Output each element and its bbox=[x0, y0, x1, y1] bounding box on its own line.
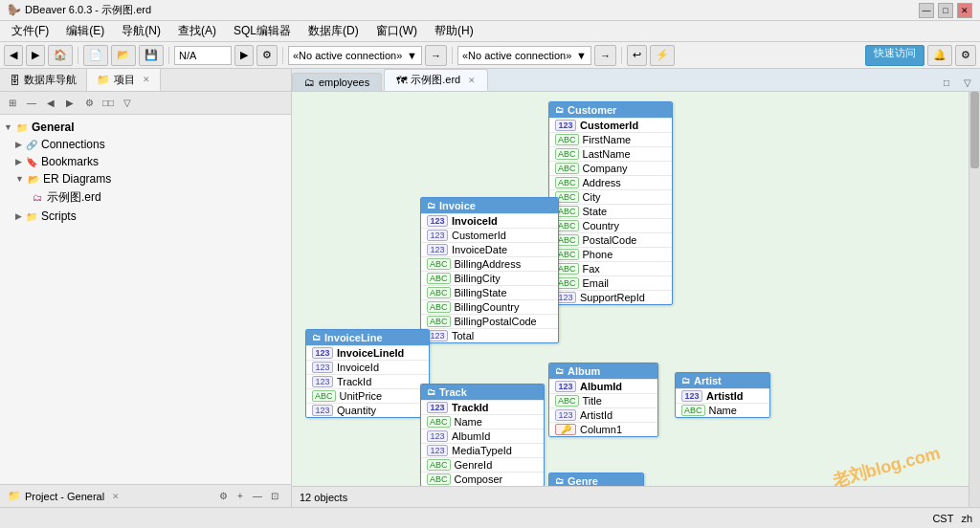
table-album[interactable]: 🗂 Album 123 AlbumId ABC Title 123 Artist… bbox=[548, 363, 658, 437]
status-bar: CST zh bbox=[0, 507, 980, 528]
customerid-type: 123 bbox=[555, 120, 576, 131]
toolbar-sep-3 bbox=[282, 47, 283, 64]
project-icon: 📁 bbox=[97, 74, 110, 86]
menu-database[interactable]: 数据库(D) bbox=[301, 21, 367, 41]
toolbar-home-button[interactable]: 🏠 bbox=[48, 45, 73, 66]
erd-tab-icon: 🗺 bbox=[396, 75, 407, 86]
erd-scrollbar-vertical[interactable] bbox=[969, 92, 980, 507]
track-id: 123 TrackId bbox=[421, 400, 544, 414]
tree-item-connections[interactable]: ▶ 🔗 Connections bbox=[0, 136, 291, 153]
tab-close-project[interactable]: ✕ bbox=[143, 75, 150, 84]
menu-navigate[interactable]: 导航(N) bbox=[114, 21, 168, 41]
tab-close-erd[interactable]: ✕ bbox=[468, 76, 476, 85]
tree-item-er-diagrams[interactable]: ▼ 📂 ER Diagrams bbox=[0, 170, 291, 187]
maximize-button[interactable]: □ bbox=[938, 3, 953, 18]
project-panel-close[interactable]: ✕ bbox=[112, 492, 120, 501]
tree-label-general: General bbox=[32, 121, 75, 134]
album-table-icon: 🗂 bbox=[555, 366, 564, 376]
invoice-billingpostalcode: ABC BillingPostalCode bbox=[421, 314, 558, 328]
editor-tabs: 🗂 employees 🗺 示例图.erd ✕ □ ▽ bbox=[292, 69, 980, 92]
minimize-button[interactable]: — bbox=[919, 3, 934, 18]
toolbar-save-button[interactable]: 💾 bbox=[139, 45, 164, 66]
toolbar-forward-button[interactable]: ▶ bbox=[26, 45, 45, 66]
project-panel-tab[interactable]: 📁 Project - General ✕ bbox=[8, 490, 120, 502]
table-invoice[interactable]: 🗂 Invoice 123 InvoiceId 123 CustomerId 1… bbox=[420, 197, 559, 343]
tab-erd[interactable]: 🗺 示例图.erd ✕ bbox=[384, 69, 488, 91]
expand-arrow-bookmarks: ▶ bbox=[15, 157, 22, 166]
panel-btn-3[interactable]: ◀ bbox=[42, 95, 59, 112]
toolbar-input[interactable] bbox=[174, 46, 232, 65]
tab-maximize-btn[interactable]: □ bbox=[938, 74, 955, 91]
status-right: CST zh bbox=[932, 513, 972, 524]
table-customer[interactable]: 🗂 Customer 123 CustomerId ABC FirstName … bbox=[548, 101, 673, 305]
erd-canvas[interactable]: 🗂 Customer 123 CustomerId ABC FirstName … bbox=[292, 92, 980, 507]
toolbar-misc-1[interactable]: ↩ bbox=[627, 45, 647, 66]
album-column1: 🔑 Column1 bbox=[549, 422, 657, 436]
toolbar-back-button[interactable]: ◀ bbox=[4, 45, 23, 66]
app-title: DBeaver 6.0.3 - 示例图.erd bbox=[25, 3, 151, 17]
quick-access-button[interactable]: 快速访问 bbox=[865, 45, 924, 66]
table-artist[interactable]: 🗂 Artist 123 ArtistId ABC Name bbox=[675, 372, 770, 418]
panel-btn-5[interactable]: ⚙ bbox=[80, 95, 98, 112]
tab-database-navigator[interactable]: 🗄 数据库导航 bbox=[0, 69, 87, 91]
app-icon: 🦫 bbox=[8, 4, 21, 16]
panel-btn-6[interactable]: □□ bbox=[100, 95, 117, 112]
project-panel-label: Project - General bbox=[25, 491, 104, 502]
tab-project[interactable]: 📁 项目 ✕ bbox=[87, 69, 161, 91]
customer-header: 🗂 Customer bbox=[549, 102, 672, 118]
panel-btn-4[interactable]: ▶ bbox=[61, 95, 78, 112]
toolbar-icon-1[interactable]: 🔔 bbox=[927, 45, 952, 66]
tree-item-general[interactable]: ▼ 📁 General bbox=[0, 119, 291, 136]
menu-find[interactable]: 查找(A) bbox=[170, 21, 224, 41]
title-bar: 🦫 DBeaver 6.0.3 - 示例图.erd — □ ✕ bbox=[0, 0, 980, 21]
expand-arrow-scripts: ▶ bbox=[15, 211, 22, 221]
album-title: ABC Title bbox=[549, 393, 657, 407]
toolbar: ◀ ▶ 🏠 📄 📂 💾 ▶ ⚙ «No active connection» ▼… bbox=[0, 42, 980, 69]
invoice-date: 123 InvoiceDate bbox=[421, 242, 558, 256]
project-add-btn[interactable]: + bbox=[232, 488, 249, 505]
toolbar-connection2[interactable]: «No active connection» ▼ bbox=[457, 46, 591, 65]
menu-help[interactable]: 帮助(H) bbox=[427, 21, 481, 41]
toolbar-conn1-btn[interactable]: → bbox=[425, 45, 447, 66]
invoice-header: 🗂 Invoice bbox=[421, 198, 558, 213]
title-bar-controls[interactable]: — □ ✕ bbox=[919, 3, 972, 18]
customer-name: Customer bbox=[568, 104, 616, 116]
customer-city: ABC City bbox=[549, 189, 672, 204]
panel-btn-1[interactable]: ⊞ bbox=[4, 95, 21, 112]
status-cst: CST bbox=[932, 513, 953, 524]
panel-btn-2[interactable]: — bbox=[23, 95, 40, 112]
toolbar-sep-5 bbox=[621, 47, 622, 64]
table-track[interactable]: 🗂 Track 123 TrackId ABC Name 123 AlbumId… bbox=[420, 384, 545, 487]
invoice-total: 123 Total bbox=[421, 328, 558, 342]
toolbar-icon-2[interactable]: ⚙ bbox=[955, 45, 976, 66]
toolbar-new-button[interactable]: 📄 bbox=[83, 45, 108, 66]
tab-minimize-btn[interactable]: ▽ bbox=[959, 74, 976, 91]
toolbar-open-button[interactable]: 📂 bbox=[111, 45, 136, 66]
panel-btn-minimize[interactable]: ▽ bbox=[119, 95, 136, 112]
tree-item-bookmarks[interactable]: ▶ 🔖 Bookmarks bbox=[0, 153, 291, 170]
menu-edit[interactable]: 编辑(E) bbox=[58, 21, 112, 41]
table-invoiceline[interactable]: 🗂 InvoiceLine 123 InvoiceLineId 123 Invo… bbox=[305, 329, 430, 418]
customer-postalcode: ABC PostalCode bbox=[549, 232, 672, 247]
toolbar-misc-2[interactable]: ⚡ bbox=[650, 45, 675, 66]
menu-file[interactable]: 文件(F) bbox=[4, 21, 56, 41]
menu-sql-editor[interactable]: SQL编辑器 bbox=[226, 21, 299, 41]
toolbar-settings-button[interactable]: ⚙ bbox=[256, 45, 278, 66]
close-button[interactable]: ✕ bbox=[957, 3, 972, 18]
toolbar-conn2-btn[interactable]: → bbox=[594, 45, 616, 66]
project-config-btn[interactable]: ⊡ bbox=[266, 488, 283, 505]
invoiceline-trackid: 123 TrackId bbox=[306, 374, 429, 388]
track-albumid: 123 AlbumId bbox=[421, 429, 544, 443]
scrollbar-thumb[interactable] bbox=[970, 92, 979, 168]
expand-arrow-connections: ▶ bbox=[15, 140, 22, 149]
tree-item-sample-erd[interactable]: 🗂 示例图.erd bbox=[0, 187, 291, 208]
toolbar-connection1[interactable]: «No active connection» ▼ bbox=[288, 46, 422, 65]
menu-window[interactable]: 窗口(W) bbox=[368, 21, 425, 41]
project-settings-btn[interactable]: ⚙ bbox=[214, 488, 232, 505]
project-minus-btn[interactable]: — bbox=[249, 488, 266, 505]
tree-item-scripts[interactable]: ▶ 📁 Scripts bbox=[0, 208, 291, 225]
tab-employees[interactable]: 🗂 employees bbox=[292, 73, 382, 91]
invoiceline-name: InvoiceLine bbox=[324, 332, 383, 343]
invoice-billingstate: ABC BillingState bbox=[421, 285, 558, 299]
toolbar-run-button[interactable]: ▶ bbox=[234, 45, 254, 66]
